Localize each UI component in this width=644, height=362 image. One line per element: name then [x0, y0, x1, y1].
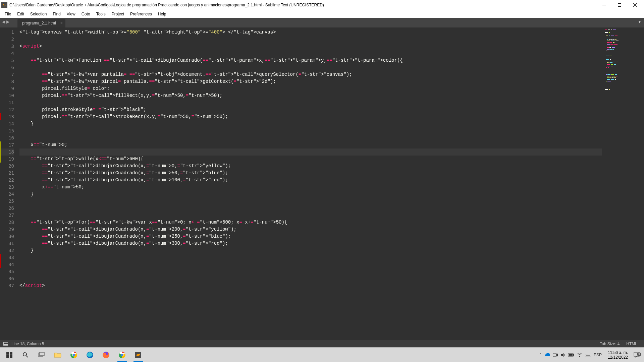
svg-rect-23	[573, 354, 574, 356]
tab-label: programa_2.1.html	[22, 21, 56, 25]
nav-forward-icon[interactable]: ▶	[6, 19, 9, 24]
task-view-icon	[38, 352, 45, 358]
menu-tools[interactable]: Tools	[94, 11, 108, 17]
clock-date: 12/12/2022	[608, 355, 628, 360]
status-syntax[interactable]: HTML	[623, 342, 641, 346]
clock-time: 11:56 a. m.	[608, 350, 628, 355]
file-explorer-button[interactable]	[50, 348, 66, 362]
svg-point-8	[23, 353, 26, 356]
keyboard-icon[interactable]	[585, 353, 591, 357]
tray-chevron-icon[interactable]: ˄	[539, 353, 541, 357]
task-view-button[interactable]	[34, 348, 50, 362]
panel-switcher-icon[interactable]	[3, 342, 8, 346]
input-language[interactable]: ESP	[594, 353, 602, 357]
action-center-button[interactable]: 9	[631, 352, 643, 358]
minimize-button[interactable]	[596, 0, 612, 10]
nav-back-icon[interactable]: ◀	[2, 19, 5, 24]
volume-icon[interactable]	[561, 353, 566, 357]
window-title: C:\Users\Brian Cardenas\Desktop\Oracle +…	[9, 3, 596, 7]
sublime-icon	[135, 351, 142, 359]
chrome-icon	[118, 351, 126, 359]
menu-view[interactable]: View	[64, 11, 78, 17]
windows-logo-icon	[6, 352, 12, 358]
svg-rect-1	[618, 4, 621, 7]
tab-overflow-icon[interactable]: ▼	[638, 20, 641, 24]
maximize-button[interactable]	[612, 0, 627, 10]
sublime-taskbar-button[interactable]	[130, 348, 146, 362]
chrome-button-2[interactable]	[114, 348, 130, 362]
wifi-icon[interactable]	[577, 353, 582, 357]
svg-line-9	[26, 356, 28, 357]
menu-preferences[interactable]: Preferences	[127, 11, 155, 17]
menu-bar: File Edit Selection Find View Goto Tools…	[0, 10, 644, 18]
svg-rect-24	[569, 354, 573, 356]
status-tab-size[interactable]: Tab Size: 4	[596, 342, 623, 346]
title-bar: S C:\Users\Brian Cardenas\Desktop\Oracle…	[0, 0, 644, 10]
meet-now-icon[interactable]	[553, 353, 558, 357]
chrome-icon	[70, 351, 77, 359]
sublime-app-icon: S	[1, 2, 7, 8]
edge-button[interactable]	[82, 348, 98, 362]
battery-icon[interactable]	[568, 353, 574, 357]
editor-area: 1234567891011121314151617181920212223242…	[0, 27, 644, 340]
tab-close-icon[interactable]: ×	[60, 21, 63, 25]
start-button[interactable]	[1, 348, 17, 362]
status-bar: Line 18, Column 5 Tab Size: 4 HTML	[0, 340, 644, 347]
file-tab[interactable]: programa_2.1.html ×	[17, 19, 65, 27]
svg-rect-21	[553, 353, 556, 357]
window-controls	[596, 0, 643, 10]
search-icon	[22, 352, 29, 358]
menu-goto[interactable]: Goto	[79, 11, 93, 17]
minimap[interactable]	[604, 27, 644, 340]
svg-rect-26	[585, 353, 591, 357]
menu-edit[interactable]: Edit	[14, 11, 27, 17]
tab-bar: ◀ ▶ programa_2.1.html × ▼	[0, 18, 644, 27]
svg-rect-6	[6, 355, 9, 358]
menu-project[interactable]: Project	[109, 11, 127, 17]
notification-badge: 9	[637, 353, 641, 356]
svg-point-25	[579, 356, 580, 357]
svg-rect-7	[10, 355, 12, 358]
chrome-button-1[interactable]	[66, 348, 82, 362]
menu-find[interactable]: Find	[50, 11, 63, 17]
menu-selection[interactable]: Selection	[28, 11, 49, 17]
status-position: Line 18, Column 5	[11, 342, 44, 346]
search-button[interactable]	[17, 348, 34, 362]
windows-taskbar: ˄ ESP 11:56 a. m. 12/12/2022 9	[0, 347, 644, 362]
system-tray[interactable]: ˄ ESP	[536, 353, 605, 357]
svg-rect-5	[10, 352, 12, 355]
firefox-button[interactable]	[98, 348, 114, 362]
svg-rect-4	[6, 352, 9, 355]
menu-help[interactable]: Help	[155, 11, 169, 17]
code-editor[interactable]: <"t-tag">canvas "t-attr">width"t-op">="6…	[17, 27, 604, 340]
close-button[interactable]	[627, 0, 643, 10]
edge-icon	[86, 351, 94, 359]
taskbar-clock[interactable]: 11:56 a. m. 12/12/2022	[605, 350, 631, 360]
folder-icon	[54, 352, 61, 358]
firefox-icon	[102, 351, 110, 359]
menu-file[interactable]: File	[2, 11, 14, 17]
line-number-gutter: 1234567891011121314151617181920212223242…	[0, 27, 17, 340]
onedrive-icon[interactable]	[544, 353, 550, 357]
svg-rect-11	[40, 352, 44, 356]
